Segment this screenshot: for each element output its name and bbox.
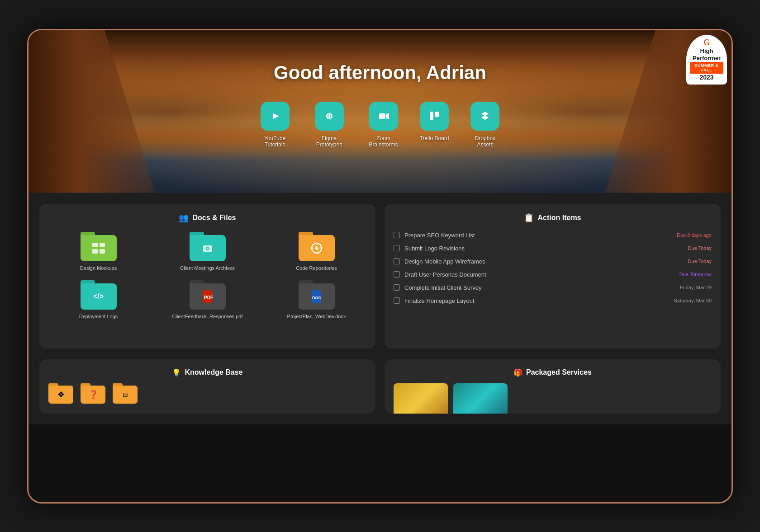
zoom-icon bbox=[369, 102, 398, 131]
action-items-header: 📋 Action Items bbox=[394, 213, 712, 223]
quick-links-bar: YouTube Tutorials Figma Prototypes bbox=[257, 102, 504, 148]
kb-folder-2[interactable]: ❓ bbox=[81, 383, 105, 404]
packaged-services-header: 🎁 Packaged Services bbox=[394, 368, 712, 377]
checkbox-6[interactable] bbox=[394, 297, 400, 304]
docs-title: Docs & Files bbox=[192, 214, 236, 222]
knowledge-base-panel: 💡 Knowledge Base ❖ ❓ bbox=[39, 359, 375, 414]
due-3: Due Today bbox=[688, 259, 712, 264]
action-items-title: Action Items bbox=[537, 214, 581, 222]
action-item-3[interactable]: Design Mobile App Wireframes Due Today bbox=[394, 258, 712, 265]
svg-point-29 bbox=[311, 247, 313, 249]
action-item-2[interactable]: Submit Logo Revisions Due Today bbox=[394, 245, 712, 252]
g2-high: High bbox=[700, 47, 713, 55]
trello-label: Trello Board bbox=[420, 135, 449, 141]
svg-rect-12 bbox=[428, 109, 441, 123]
file-client-meetings-label: Client Meetings Archives bbox=[180, 265, 234, 271]
checkbox-2[interactable] bbox=[394, 245, 400, 251]
kb-folder-1[interactable]: ❖ bbox=[48, 383, 73, 404]
action-items-icon: 📋 bbox=[524, 213, 534, 223]
svg-rect-8 bbox=[327, 117, 329, 118]
trello-icon bbox=[420, 102, 449, 131]
action-text-5: Complete Initial Client Survey bbox=[404, 284, 675, 291]
youtube-icon bbox=[261, 102, 290, 131]
file-deployment-logs-label: Deployment Logs bbox=[79, 313, 118, 320]
svg-point-26 bbox=[315, 246, 318, 250]
svg-rect-19 bbox=[100, 243, 105, 247]
checkbox-4[interactable] bbox=[394, 271, 400, 278]
svg-rect-7 bbox=[330, 114, 332, 116]
svg-rect-14 bbox=[435, 112, 439, 117]
main-content: 👥 Docs & Files bbox=[28, 193, 732, 359]
g2-ribbon: SUMMER & FALL bbox=[690, 62, 723, 74]
quick-link-zoom[interactable]: Zoom Brainstorms bbox=[366, 102, 402, 148]
action-item-5[interactable]: Complete Initial Client Survey Friday, M… bbox=[394, 284, 712, 291]
docs-icon: 👥 bbox=[179, 213, 189, 223]
folder-design-mockups-icon bbox=[81, 232, 117, 261]
svg-text:PDF: PDF bbox=[204, 295, 213, 300]
files-grid: Design Mockups Client bbox=[48, 232, 366, 320]
file-client-meetings[interactable]: Client Meetings Archives bbox=[157, 232, 257, 271]
svg-rect-10 bbox=[379, 113, 385, 119]
g2-logo: G bbox=[703, 38, 710, 47]
svg-rect-6 bbox=[327, 114, 329, 116]
due-2: Due Today bbox=[688, 245, 712, 251]
file-design-mockups[interactable]: Design Mockups bbox=[48, 232, 148, 271]
action-text-1: Prepare SEO Keyword List bbox=[404, 232, 672, 239]
packaged-img-gold bbox=[394, 383, 448, 414]
youtube-label: YouTube Tutorials bbox=[257, 135, 293, 148]
checkbox-3[interactable] bbox=[394, 258, 400, 264]
packaged-services-title: Packaged Services bbox=[526, 368, 592, 377]
due-4: Due Tomorrow bbox=[679, 272, 712, 277]
action-text-2: Submit Logo Revisions bbox=[404, 245, 684, 252]
knowledge-base-title: Knowledge Base bbox=[185, 368, 242, 377]
file-client-feedback[interactable]: PDF ClientFeedback_Responses.pdf bbox=[157, 280, 257, 320]
file-project-plan-label: ProjectPlan_WebDev.docx bbox=[287, 313, 346, 320]
folder-code-repos-icon bbox=[299, 232, 335, 261]
checkbox-5[interactable] bbox=[394, 284, 400, 291]
docs-files-panel: 👥 Docs & Files bbox=[39, 204, 375, 348]
folder-deployment-logs-icon: </> bbox=[81, 280, 117, 310]
zoom-label: Zoom Brainstorms bbox=[366, 135, 402, 148]
svg-point-30 bbox=[320, 247, 322, 249]
packaged-img-teal bbox=[453, 383, 508, 414]
action-item-1[interactable]: Prepare SEO Keyword List Due 8 days ago bbox=[394, 232, 712, 239]
quick-link-figma[interactable]: Figma Prototypes bbox=[311, 102, 347, 148]
g2-performer: Performer bbox=[693, 55, 721, 62]
quick-link-trello[interactable]: Trello Board bbox=[420, 102, 449, 148]
action-text-4: Draft User Personas Document bbox=[404, 271, 675, 278]
svg-point-27 bbox=[315, 242, 318, 245]
action-items-panel: 📋 Action Items Prepare SEO Keyword List … bbox=[385, 204, 721, 348]
quick-link-youtube[interactable]: YouTube Tutorials bbox=[257, 102, 293, 148]
file-project-plan[interactable]: DOC ProjectPlan_WebDev.docx bbox=[266, 280, 366, 320]
dropbox-label: Dropbox Assets bbox=[467, 135, 503, 148]
hero-section: Good afternoon, Adrian YouTube Tutorials bbox=[28, 30, 732, 193]
packaged-img-2[interactable] bbox=[453, 383, 508, 414]
file-code-repos[interactable]: Code Repositories bbox=[266, 232, 366, 271]
file-design-mockups-label: Design Mockups bbox=[80, 265, 117, 271]
file-code-repos-label: Code Repositories bbox=[296, 265, 337, 271]
quick-link-dropbox[interactable]: Dropbox Assets bbox=[467, 102, 503, 148]
packaged-images bbox=[394, 383, 712, 414]
kb-folder-3[interactable]: ⊟ bbox=[113, 383, 138, 404]
file-deployment-logs[interactable]: </> Deployment Logs bbox=[48, 280, 148, 320]
knowledge-base-icon: 💡 bbox=[172, 368, 181, 377]
g2-badge: G High Performer SUMMER & FALL 2023 bbox=[686, 35, 727, 85]
action-item-6[interactable]: Finalize Homepage Layout Saturday, Mar 3… bbox=[394, 297, 712, 304]
knowledge-base-header: 💡 Knowledge Base bbox=[48, 368, 366, 377]
folder-project-plan-icon: DOC bbox=[299, 280, 335, 310]
action-item-4[interactable]: Draft User Personas Document Due Tomorro… bbox=[394, 271, 712, 278]
packaged-img-1[interactable] bbox=[394, 383, 448, 414]
packaged-services-icon: 🎁 bbox=[513, 368, 522, 377]
checkbox-1[interactable] bbox=[394, 232, 400, 238]
packaged-services-panel: 🎁 Packaged Services bbox=[385, 359, 721, 414]
due-5: Friday, Mar 29 bbox=[680, 285, 712, 290]
due-1: Due 8 days ago bbox=[677, 232, 712, 238]
folder-client-meetings-icon bbox=[190, 232, 226, 261]
svg-text:DOC: DOC bbox=[312, 296, 322, 300]
knowledge-base-folders: ❖ ❓ ⊟ bbox=[48, 383, 366, 404]
dropbox-icon bbox=[470, 102, 499, 131]
svg-point-24 bbox=[207, 248, 209, 250]
file-client-feedback-label: ClientFeedback_Responses.pdf bbox=[172, 313, 243, 320]
g2-year: 2023 bbox=[699, 74, 713, 81]
folder-client-feedback-icon: PDF bbox=[190, 280, 226, 310]
